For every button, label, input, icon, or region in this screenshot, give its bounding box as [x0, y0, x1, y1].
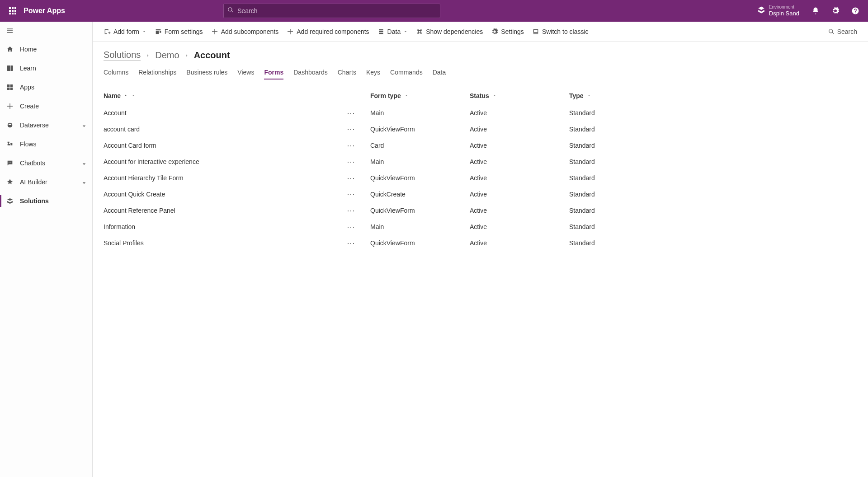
sidebar-item-label: Learn	[20, 65, 36, 72]
sidebar-item-label: Chatbots	[20, 159, 45, 167]
environment-picker[interactable]: Environment Dspin Sand	[757, 5, 799, 17]
svg-rect-7	[12, 13, 14, 14]
cmd-add-required[interactable]: Add required components	[283, 25, 373, 38]
col-form-type[interactable]: Form type	[370, 92, 470, 99]
svg-rect-4	[12, 10, 14, 12]
table-row[interactable]: Account for Interactive experience⋯MainA…	[104, 154, 857, 170]
row-name[interactable]: Account Card form	[104, 142, 156, 149]
row-more-icon[interactable]: ⋯	[346, 156, 357, 167]
row-status: Active	[470, 191, 569, 198]
tab-business-rules[interactable]: Business rules	[186, 67, 227, 80]
sidebar-item-chatbots[interactable]: Chatbots	[0, 154, 92, 173]
tab-keys[interactable]: Keys	[366, 67, 380, 80]
row-type: Standard	[569, 126, 705, 133]
data-icon	[377, 28, 385, 35]
sidebar-item-aibuilder[interactable]: AI Builder	[0, 173, 92, 192]
cmd-add-form[interactable]: Add form	[100, 25, 150, 38]
sidebar-item-learn[interactable]: Learn	[0, 59, 92, 78]
row-name[interactable]: Account Quick Create	[104, 191, 165, 198]
row-more-icon[interactable]: ⋯	[346, 140, 357, 151]
row-more-icon[interactable]: ⋯	[346, 189, 357, 200]
sidebar-item-flows[interactable]: Flows	[0, 135, 92, 154]
cmd-data[interactable]: Data	[374, 25, 412, 38]
sidebar-item-label: Dataverse	[20, 122, 49, 129]
table-body: Account⋯MainActiveStandardaccount card⋯Q…	[104, 105, 857, 251]
form-settings-icon	[155, 28, 162, 35]
row-status: Active	[470, 174, 569, 182]
chevron-down-icon	[403, 29, 408, 34]
gear-icon	[491, 28, 498, 35]
col-name[interactable]: Name	[104, 92, 370, 99]
cmd-settings[interactable]: Settings	[487, 25, 528, 38]
tab-views[interactable]: Views	[237, 67, 254, 80]
tab-columns[interactable]: Columns	[104, 67, 128, 80]
notifications-icon[interactable]	[807, 2, 825, 20]
cmd-label: Add subcomponents	[221, 28, 279, 35]
breadcrumb-root[interactable]: Solutions	[104, 50, 141, 61]
col-label: Status	[470, 92, 489, 99]
cmd-label: Settings	[501, 28, 524, 35]
sidebar-toggle[interactable]	[0, 22, 92, 40]
sidebar-item-create[interactable]: Create	[0, 97, 92, 116]
sidebar-item-dataverse[interactable]: Dataverse	[0, 116, 92, 135]
sidebar-item-label: Flows	[20, 140, 37, 148]
row-more-icon[interactable]: ⋯	[346, 124, 357, 135]
tab-data[interactable]: Data	[433, 67, 446, 80]
row-more-icon[interactable]: ⋯	[346, 238, 357, 248]
tab-relationships[interactable]: Relationships	[138, 67, 176, 80]
tab-forms[interactable]: Forms	[264, 67, 283, 80]
row-name[interactable]: Social Profiles	[104, 239, 144, 247]
tab-charts[interactable]: Charts	[338, 67, 356, 80]
global-search[interactable]	[223, 4, 440, 18]
table-row[interactable]: Account Hierarchy Tile Form⋯QuickViewFor…	[104, 170, 857, 186]
table-row[interactable]: Information⋯MainActiveStandard	[104, 219, 857, 235]
row-name[interactable]: Account Reference Panel	[104, 207, 175, 214]
cmd-show-dependencies[interactable]: Show dependencies	[412, 25, 486, 38]
row-more-icon[interactable]: ⋯	[346, 221, 357, 232]
sidebar-item-apps[interactable]: Apps	[0, 78, 92, 97]
row-name[interactable]: account card	[104, 126, 140, 133]
row-name[interactable]: Account for Interactive experience	[104, 158, 199, 165]
cmd-label: Search	[837, 28, 857, 35]
col-status[interactable]: Status	[470, 92, 569, 99]
chevron-right-icon	[184, 50, 189, 61]
book-icon	[6, 65, 14, 72]
global-search-input[interactable]	[237, 7, 436, 14]
row-more-icon[interactable]: ⋯	[346, 108, 357, 118]
row-status: Active	[470, 223, 569, 230]
row-more-icon[interactable]: ⋯	[346, 205, 357, 216]
settings-icon[interactable]	[826, 2, 844, 20]
tab-dashboards[interactable]: Dashboards	[293, 67, 328, 80]
row-name[interactable]: Account	[104, 109, 127, 117]
chevron-down-icon	[142, 29, 146, 34]
help-icon[interactable]	[846, 2, 864, 20]
table-row[interactable]: Social Profiles⋯QuickViewFormActiveStand…	[104, 235, 857, 251]
sidebar-item-solutions[interactable]: Solutions	[0, 192, 92, 210]
col-type[interactable]: Type	[569, 92, 705, 99]
table-row[interactable]: Account⋯MainActiveStandard	[104, 105, 857, 121]
plus-icon	[211, 28, 218, 35]
cmd-add-subcomponents[interactable]: Add subcomponents	[208, 25, 283, 38]
dependencies-icon	[416, 28, 423, 35]
row-status: Active	[470, 158, 569, 165]
plus-icon	[287, 28, 294, 35]
cmd-switch-classic[interactable]: Switch to classic	[528, 25, 592, 38]
row-name[interactable]: Information	[104, 223, 135, 230]
sidebar: Home Learn Apps Create Dataverse Flows C…	[0, 22, 93, 477]
cmd-form-settings[interactable]: Form settings	[151, 25, 207, 38]
row-more-icon[interactable]: ⋯	[346, 173, 357, 183]
breadcrumb-mid[interactable]: Demo	[155, 50, 179, 61]
table-row[interactable]: Account Quick Create⋯QuickCreateActiveSt…	[104, 186, 857, 202]
environment-label: Environment	[769, 5, 799, 10]
row-name[interactable]: Account Hierarchy Tile Form	[104, 174, 184, 182]
cmdbar-search[interactable]: Search	[825, 26, 861, 37]
tab-commands[interactable]: Commands	[390, 67, 423, 80]
table-row[interactable]: Account Card form⋯CardActiveStandard	[104, 137, 857, 154]
row-form-type: QuickViewForm	[370, 126, 470, 133]
table-row[interactable]: account card⋯QuickViewFormActiveStandard	[104, 121, 857, 137]
waffle-icon[interactable]	[4, 2, 22, 20]
sidebar-item-home[interactable]: Home	[0, 40, 92, 59]
cmd-label: Data	[387, 28, 401, 35]
table-row[interactable]: Account Reference Panel⋯QuickViewFormAct…	[104, 202, 857, 219]
entity-tabs: Columns Relationships Business rules Vie…	[104, 67, 857, 80]
